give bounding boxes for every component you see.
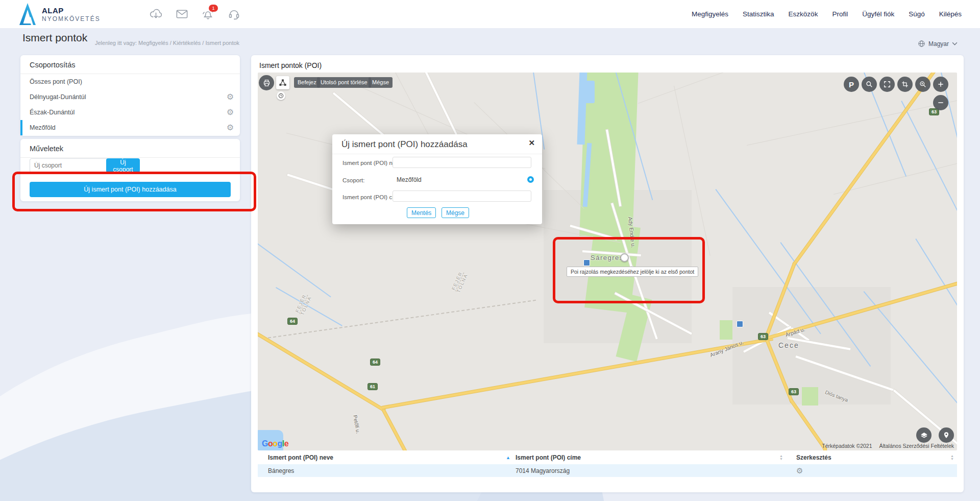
map-stream	[276, 287, 342, 326]
map-field-line	[638, 73, 758, 104]
new-group-button[interactable]: Új csoport	[106, 158, 140, 173]
crop-zoom-button[interactable]	[897, 77, 913, 92]
mail-icon[interactable]	[175, 7, 189, 21]
fullscreen-icon	[884, 81, 891, 88]
finish-button[interactable]: Befejez	[294, 77, 320, 88]
language-label: Magyar	[928, 40, 949, 47]
google-logo: Google	[262, 439, 288, 448]
map-water	[582, 81, 595, 103]
road-shield-63: 63	[758, 333, 768, 340]
group-item-osszes-pont[interactable]: Összes pont (POI)	[20, 74, 240, 89]
gear-icon[interactable]: ⚙	[227, 120, 234, 135]
group-item-delnyugat-dunantul[interactable]: Délnyugat-Dunántúl ⚙	[20, 89, 240, 105]
poi-marker-button[interactable]	[939, 427, 954, 443]
transit-stop-icon[interactable]	[583, 259, 590, 266]
terms-link[interactable]: Általános Szerződési Feltételek	[879, 443, 954, 449]
parking-layer-button[interactable]: P	[844, 77, 859, 92]
sort-ascending-icon[interactable]: ▲	[506, 455, 510, 460]
group-item-label: Összes pont (POI)	[30, 78, 82, 85]
map[interactable]: 64 64 61 63 63 63 Sáregres Cece FEJÉR TO…	[258, 73, 957, 450]
nav-kilepes[interactable]: Kilépés	[939, 10, 962, 18]
polygon-draw-icon	[279, 79, 287, 87]
group-item-label: Mezőföld	[30, 124, 56, 131]
breadcrumb: Jelenleg itt vagy: Megfigyelés / Kiérték…	[95, 40, 239, 46]
layers-button[interactable]	[916, 427, 932, 443]
chevron-down-icon	[952, 42, 958, 45]
poi-name-input[interactable]	[393, 157, 531, 168]
group-item-mezofold-selected[interactable]: Mezőföld ⚙	[20, 120, 240, 135]
transit-stop-icon[interactable]	[737, 321, 743, 327]
gear-icon[interactable]: ⚙	[796, 466, 803, 475]
map-green-area	[802, 387, 818, 405]
notification-badge: 1	[209, 5, 218, 12]
operations-title: Műveletek	[20, 139, 240, 158]
group-item-label: Délnyugat-Dunántúl	[30, 93, 86, 101]
map-main-road	[258, 330, 385, 412]
nav-megfigyeles[interactable]: Megfigyelés	[692, 10, 728, 18]
table-row[interactable]: Bánegres 7014 Magyarország ⚙	[258, 464, 957, 477]
notifications-bell-icon[interactable]: 1	[201, 7, 215, 21]
map-stream	[901, 101, 957, 224]
google-letter: g	[278, 439, 282, 448]
cancel-draw-button[interactable]: Mégse	[369, 77, 393, 88]
road-shield-63: 63	[789, 388, 799, 395]
poi-table-header: Ismert pont (POI) neve ▲ Ismert pont (PO…	[258, 450, 957, 465]
map-main-road	[382, 338, 773, 409]
add-poi-button[interactable]: Új ismert pont (POI) hozzáadása	[30, 182, 231, 197]
poi-address-input[interactable]	[393, 190, 531, 202]
map-field-line	[747, 100, 957, 146]
logo-title: ALAP	[42, 6, 101, 15]
column-header-edit[interactable]: Szerkesztés ▲▼	[790, 454, 957, 461]
column-header-address[interactable]: Ismert pont (POI) címe ▲▼	[516, 454, 790, 461]
undo-last-point-button[interactable]: Utolsó pont törlése	[317, 77, 371, 88]
zoom-in-button[interactable]	[933, 77, 948, 92]
group-item-label: Észak-Dunántúl	[30, 109, 75, 116]
group-radio-selected[interactable]	[527, 176, 534, 183]
map-data-copyright: Térképadatok ©2021	[822, 443, 872, 449]
grouping-title: Csoportosítás	[20, 55, 240, 74]
county-label-fejer-tolna: FEJÉR TOLNA	[451, 271, 469, 294]
logo-subtitle: NYOMKÖVETÉS	[42, 15, 101, 22]
nav-profil[interactable]: Profil	[832, 10, 848, 18]
cancel-button[interactable]: Mégse	[442, 207, 469, 218]
minus-icon	[937, 99, 944, 106]
cloud-download-icon[interactable]	[149, 7, 163, 21]
town-label-saregres: Sáregres	[591, 254, 624, 261]
sort-both-icon[interactable]: ▲▼	[950, 455, 954, 461]
road-shield-61: 61	[368, 383, 378, 390]
nav-sugo[interactable]: Súgó	[909, 10, 925, 18]
plus-icon	[937, 81, 944, 88]
history-clock-button[interactable]	[277, 91, 285, 100]
globe-icon	[918, 40, 925, 47]
column-header-name[interactable]: Ismert pont (POI) neve ▲	[258, 454, 516, 461]
language-selector[interactable]: Magyar	[918, 40, 958, 47]
close-icon[interactable]: ✕	[528, 138, 535, 148]
cell-poi-address: 7014 Magyarország	[516, 467, 790, 474]
town-label-cece: Cece	[778, 341, 799, 349]
zoom-out-button[interactable]	[933, 95, 948, 110]
gear-icon[interactable]: ⚙	[227, 89, 234, 105]
draw-point-marker[interactable]	[620, 253, 629, 262]
print-button[interactable]	[259, 75, 274, 90]
map-main-road	[793, 73, 936, 266]
nav-eszkozok[interactable]: Eszközök	[789, 10, 818, 18]
google-letter: o	[273, 439, 277, 448]
nav-ugyfel-fiok[interactable]: Ügyfél fiók	[862, 10, 894, 18]
search-map-button[interactable]	[862, 77, 877, 92]
parking-label: P	[849, 80, 854, 89]
zoom-to-area-button[interactable]	[915, 77, 930, 92]
gear-icon[interactable]: ⚙	[227, 105, 234, 120]
sort-both-icon[interactable]: ▲▼	[779, 455, 783, 461]
search-icon	[866, 81, 873, 88]
measure-area-button[interactable]	[276, 76, 289, 89]
nav-statisztika[interactable]: Statisztika	[743, 10, 774, 18]
save-button[interactable]: Mentés	[407, 207, 436, 218]
road-shield-64: 64	[287, 318, 298, 325]
clock-icon	[278, 93, 284, 99]
layers-icon	[920, 432, 928, 439]
app-logo[interactable]: ALAP NYOMKÖVETÉS	[19, 3, 101, 25]
fullscreen-button[interactable]	[879, 77, 895, 92]
new-group-input[interactable]	[30, 158, 109, 173]
group-item-eszak-dunantul[interactable]: Észak-Dunántúl ⚙	[20, 105, 240, 120]
support-headset-icon[interactable]	[227, 7, 241, 21]
